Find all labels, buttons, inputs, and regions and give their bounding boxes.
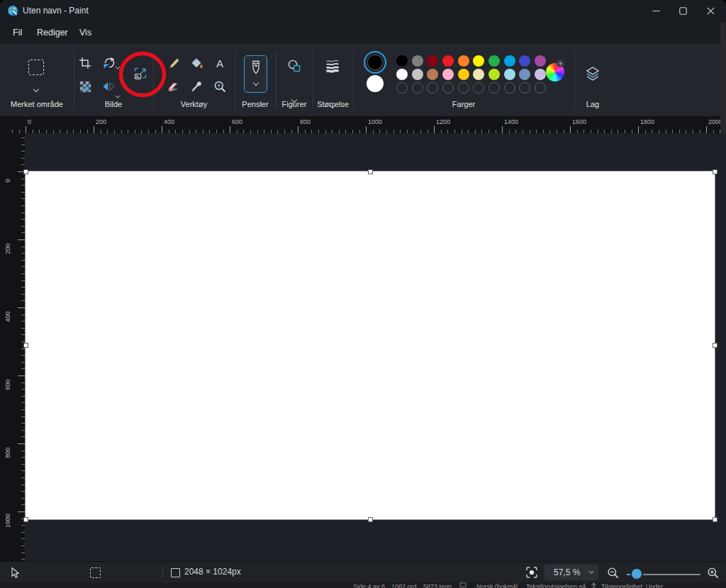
text-tool-button[interactable]: A xyxy=(211,54,229,72)
canvas-handle-bottom-right[interactable] xyxy=(713,517,717,522)
empty-color-slot[interactable] xyxy=(488,82,500,94)
h-ruler-major-tick xyxy=(434,126,435,133)
empty-color-slot[interactable] xyxy=(396,82,408,94)
shapes-section-label: Figurer xyxy=(276,100,313,108)
color-swatch[interactable] xyxy=(488,55,500,67)
h-ruler-major-tick xyxy=(162,126,162,133)
canvas-handle-bottom-left[interactable] xyxy=(23,517,28,522)
zoom-level-dropdown[interactable]: 57,5 % xyxy=(544,565,598,580)
zoom-in-button[interactable] xyxy=(707,567,719,579)
crop-button[interactable] xyxy=(76,54,94,72)
magnifier-tool-button[interactable] xyxy=(211,77,229,96)
paint-window: Uten navn - Paint Fil Rediger Vis xyxy=(0,0,726,582)
drawing-canvas[interactable] xyxy=(26,171,715,519)
fit-to-screen-button[interactable] xyxy=(525,566,538,579)
empty-color-slot[interactable] xyxy=(412,82,423,94)
color-swatch[interactable] xyxy=(442,55,454,67)
background-status-text: 1062 ord xyxy=(391,583,417,588)
empty-color-slot[interactable] xyxy=(442,82,454,94)
color-swatch[interactable] xyxy=(427,55,438,67)
color-swatch[interactable] xyxy=(473,69,484,80)
menu-fil[interactable]: Fil xyxy=(6,24,29,41)
flip-button[interactable] xyxy=(99,77,118,96)
color-swatch[interactable] xyxy=(458,55,469,67)
rotate-icon xyxy=(102,57,115,69)
colors-section-label: Farger xyxy=(353,100,574,108)
background-status-text: Tekstforutsigelsen på xyxy=(526,583,586,588)
h-ruler-major-tick xyxy=(638,126,639,133)
color-swatch[interactable] xyxy=(535,69,546,80)
color-swatch[interactable] xyxy=(473,55,484,67)
color-swatch[interactable] xyxy=(504,69,515,80)
canvas-handle-middle-right[interactable] xyxy=(713,343,717,348)
h-ruler-label: 1400 xyxy=(504,118,518,125)
rotate-dropdown-chevron-icon[interactable] xyxy=(116,65,120,69)
menu-vis[interactable]: Vis xyxy=(72,24,99,41)
color-picker-tool-button[interactable] xyxy=(187,77,206,96)
empty-color-slot[interactable] xyxy=(519,82,530,94)
h-ruler-label: 600 xyxy=(232,118,242,125)
remove-background-button[interactable] xyxy=(76,77,94,96)
color-swatch[interactable] xyxy=(412,69,423,80)
h-ruler-major-tick xyxy=(298,126,298,133)
color-swatch[interactable] xyxy=(396,69,408,80)
zoom-slider-thumb[interactable] xyxy=(630,567,643,580)
canvas-handle-middle-left[interactable] xyxy=(23,343,28,348)
brushes-dropdown-chevron-icon[interactable] xyxy=(253,81,259,86)
background-app-status-strip[interactable]: Side 4 av 61062 ord5873 tegnNorsk (bokmå… xyxy=(0,582,726,588)
flip-icon xyxy=(102,80,115,93)
add-color-plus-icon: + xyxy=(557,60,564,67)
menu-rediger[interactable]: Rediger xyxy=(30,24,75,41)
close-button[interactable] xyxy=(695,0,726,21)
color-swatch[interactable] xyxy=(458,69,469,80)
color-swatch[interactable] xyxy=(427,69,438,80)
layers-button[interactable] xyxy=(583,64,603,84)
selection-tool-button[interactable] xyxy=(27,58,45,77)
empty-color-slot[interactable] xyxy=(458,82,469,94)
color-swatch[interactable] xyxy=(488,69,500,80)
v-ruler-label: 800 xyxy=(4,445,11,460)
text-tool-icon: A xyxy=(216,58,223,69)
empty-color-slot[interactable] xyxy=(535,82,546,94)
color-swatch[interactable] xyxy=(396,55,408,67)
v-ruler-major-tick xyxy=(18,307,25,308)
color-swatch[interactable] xyxy=(519,55,530,67)
color-swatch[interactable] xyxy=(442,69,454,80)
resize-image-button[interactable] xyxy=(130,64,150,84)
canvas-handle-top-right[interactable] xyxy=(713,169,717,174)
canvas-handle-bottom-middle[interactable] xyxy=(368,517,373,522)
minimize-button[interactable] xyxy=(641,0,671,21)
selection-size-indicator-icon xyxy=(90,567,101,578)
color-swatch[interactable] xyxy=(412,55,423,67)
canvas-handle-top-middle[interactable] xyxy=(368,169,373,174)
secondary-color-selector[interactable] xyxy=(367,75,384,92)
primary-color-selector[interactable] xyxy=(364,51,386,74)
eraser-tool-button[interactable] xyxy=(164,77,182,96)
selection-dropdown-chevron-icon[interactable] xyxy=(33,87,39,93)
empty-color-slot[interactable] xyxy=(473,82,484,94)
flip-dropdown-chevron-icon[interactable] xyxy=(116,94,120,98)
empty-color-slot[interactable] xyxy=(504,82,515,94)
pointer-icon xyxy=(10,567,21,579)
primary-color-swatch xyxy=(367,55,383,70)
layers-section-label: Lag xyxy=(574,100,611,108)
v-ruler-major-tick xyxy=(18,443,25,444)
canvas-handle-top-left[interactable] xyxy=(23,169,28,174)
maximize-button[interactable] xyxy=(668,0,698,21)
pencil-tool-button[interactable] xyxy=(164,54,182,72)
color-swatch[interactable] xyxy=(519,69,530,80)
color-swatch[interactable] xyxy=(504,55,515,67)
brush-icon xyxy=(250,60,262,76)
brushes-button[interactable] xyxy=(244,55,267,93)
size-button[interactable] xyxy=(323,57,342,75)
shapes-button[interactable] xyxy=(285,57,303,75)
zoom-out-button[interactable] xyxy=(607,567,619,579)
v-ruler-label: 600 xyxy=(4,377,11,392)
h-ruler-major-tick xyxy=(502,126,503,133)
canvas-size-icon xyxy=(171,568,180,577)
h-ruler-label: 1800 xyxy=(640,118,654,125)
empty-color-slot[interactable] xyxy=(427,82,438,94)
background-status-text: 5873 tegn xyxy=(423,583,452,588)
fill-tool-button[interactable] xyxy=(187,54,206,72)
color-swatch[interactable] xyxy=(535,55,546,67)
